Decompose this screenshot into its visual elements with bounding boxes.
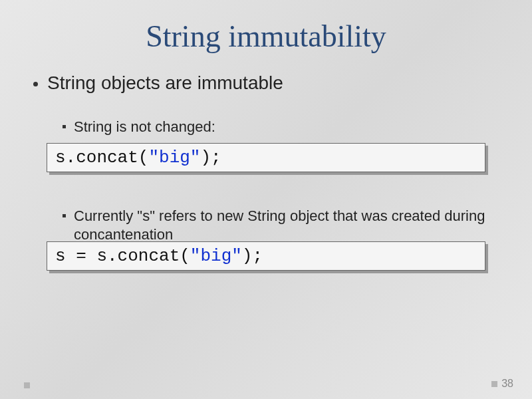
bullet-text: Currently "s" refers to new String objec…: [74, 207, 505, 244]
code-text: );: [200, 148, 221, 168]
page-number-text: 38: [501, 378, 513, 390]
bullet-level2: String is not changed:: [63, 118, 505, 136]
code-text: s = s.concat(: [55, 246, 190, 266]
code-text: );: [242, 246, 263, 266]
bullet-square-icon: [63, 214, 66, 217]
bullet-level1: String objects are immutable: [33, 72, 505, 94]
bullet-text: String objects are immutable: [47, 72, 283, 94]
code-block-2: s = s.concat("big");: [47, 241, 485, 271]
code-text: s.concat(: [55, 148, 148, 168]
bullet-dot-icon: [33, 82, 38, 86]
bullet-level2: Currently "s" refers to new String objec…: [63, 207, 505, 244]
bullet-text: String is not changed:: [74, 118, 215, 136]
code-block-1: s.concat("big");: [47, 143, 485, 172]
slide-title: String immutability: [27, 19, 505, 54]
footer-decor-icon: [24, 382, 30, 388]
code-content: s.concat("big");: [47, 143, 485, 172]
slide: String immutability String objects are i…: [0, 0, 532, 399]
bullet-square-icon: [63, 125, 66, 128]
code-content: s = s.concat("big");: [47, 241, 485, 271]
code-string-literal: "big": [190, 246, 242, 266]
page-number: 38: [491, 378, 513, 390]
page-decor-icon: [491, 381, 497, 387]
code-string-literal: "big": [148, 148, 200, 168]
